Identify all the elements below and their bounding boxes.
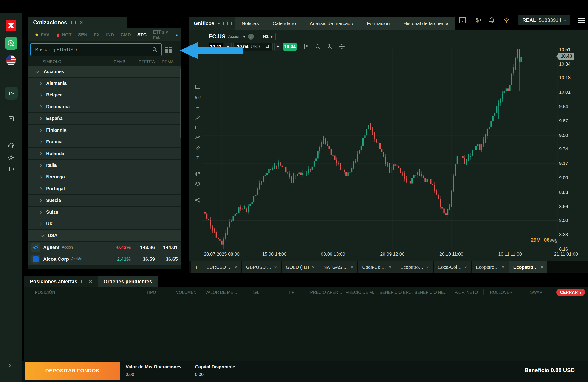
- pencil-draw-icon[interactable]: [195, 114, 200, 121]
- stock-row-agilent[interactable]: AgilentAcción-0.43%143.86144.01: [28, 242, 181, 253]
- positions-col-5[interactable]: S/L: [239, 289, 273, 296]
- new-chart-tab-button[interactable]: +: [191, 261, 202, 273]
- deposit-funds-button[interactable]: DEPOSITAR FONDOS: [24, 361, 120, 380]
- symbol-search-input[interactable]: [31, 44, 161, 56]
- trend-channel-icon[interactable]: [195, 144, 201, 151]
- quotes-tab-etfs-y-ma[interactable]: ETFs y ma»: [150, 28, 181, 41]
- quotes-tab-hot[interactable]: HOT: [53, 28, 75, 41]
- column-header-1[interactable]: SÍMBOLO: [28, 60, 105, 64]
- candle-settings-icon[interactable]: [195, 170, 201, 177]
- deposit-icon[interactable]: $: [5, 37, 17, 50]
- menu-item-4[interactable]: Formación: [360, 17, 397, 30]
- chart-tab-7[interactable]: Coca-Col…×: [434, 261, 471, 273]
- positions-col-3[interactable]: VOLUMEN: [168, 289, 204, 296]
- country-row-suiza[interactable]: Suiza: [28, 207, 181, 218]
- country-row-francia[interactable]: Francia: [28, 136, 181, 148]
- country-row-alemania[interactable]: Alemania: [28, 78, 181, 89]
- markets-active-bg[interactable]: [5, 86, 18, 100]
- group-row-acciones[interactable]: Acciones: [28, 66, 181, 77]
- quotes-titlebar[interactable]: Cotizaciones ×: [28, 17, 127, 28]
- country-row-b-lgica[interactable]: Bélgica: [28, 89, 181, 101]
- timeframe-select[interactable]: H1 ▾: [260, 33, 275, 41]
- info-icon[interactable]: i: [248, 34, 254, 40]
- quotes-tab-fx[interactable]: FX: [91, 28, 103, 41]
- maximize-icon[interactable]: [71, 21, 76, 24]
- tab-open-positions[interactable]: Posiciones abiertas ×: [24, 276, 98, 287]
- tab-pending-orders[interactable]: Órdenes pendientes: [98, 276, 158, 287]
- column-header-4[interactable]: DEMA…: [155, 60, 181, 64]
- positions-col-1[interactable]: POSICIÓN: [24, 289, 134, 296]
- menu-item-5[interactable]: Historial de la cuenta: [397, 17, 456, 30]
- positions-col-11[interactable]: P/L % NETO: [449, 289, 483, 296]
- support-icon[interactable]: [0, 140, 22, 150]
- chart-plot-area[interactable]: [202, 49, 558, 250]
- close-tab-icon[interactable]: ×: [464, 265, 467, 270]
- sidebar-expand-chevron[interactable]: [8, 363, 11, 368]
- maximize-icon[interactable]: [81, 280, 85, 283]
- column-header-2[interactable]: CAMBI…: [105, 60, 131, 64]
- menu-item-3[interactable]: Análisis de mercado: [303, 17, 360, 30]
- column-header-3[interactable]: OFERTA: [131, 60, 155, 64]
- country-row-finlandia[interactable]: Finlandia: [28, 125, 181, 136]
- chart-tab-9[interactable]: Ecopetro…×: [509, 261, 547, 273]
- quotes-tab-sen[interactable]: SEN: [75, 28, 90, 41]
- positions-col-8[interactable]: PRECIO DE M…: [344, 289, 378, 296]
- share-icon[interactable]: [195, 197, 200, 204]
- close-tab-icon[interactable]: ×: [351, 265, 354, 270]
- popout-icon[interactable]: [224, 21, 228, 25]
- chart-tab-4[interactable]: NATGAS …×: [319, 261, 357, 273]
- close-icon[interactable]: ×: [80, 20, 83, 25]
- close-tab-icon[interactable]: ×: [312, 265, 315, 270]
- country-row-italia[interactable]: Italia: [28, 160, 181, 171]
- country-row-suecia[interactable]: Suecia: [28, 195, 181, 206]
- menu-item-2[interactable]: Calendario: [266, 17, 303, 30]
- rectangle-draw-icon[interactable]: [195, 124, 200, 131]
- chart-tab-1[interactable]: EURUSD …×: [202, 261, 241, 273]
- elliott-wave-icon[interactable]: [195, 134, 201, 141]
- grid-view-icon[interactable]: [165, 47, 171, 53]
- positions-col-13[interactable]: SWAP: [519, 289, 554, 296]
- connection-wifi-icon[interactable]: [503, 18, 510, 23]
- indicators-icon[interactable]: f(x): [195, 94, 201, 101]
- close-tab-icon[interactable]: ×: [541, 265, 544, 270]
- country-row-dinamarca[interactable]: Dinamarca: [28, 101, 181, 112]
- menu-item-1[interactable]: Noticias: [235, 17, 266, 30]
- close-tab-icon[interactable]: ×: [502, 265, 504, 270]
- add-icon[interactable]: +: [196, 104, 199, 111]
- chevron-down-icon[interactable]: ▾: [243, 34, 245, 39]
- chart-tab-5[interactable]: Coca-Col…×: [358, 261, 396, 273]
- symbol-search-box[interactable]: [30, 43, 162, 56]
- layers-icon[interactable]: [195, 181, 201, 188]
- language-flag-icon[interactable]: [6, 55, 16, 65]
- settings-gear-icon[interactable]: [0, 152, 22, 163]
- positions-col-6[interactable]: T/P: [273, 289, 309, 296]
- chart-tab-3[interactable]: GOLD (H1)×: [282, 261, 318, 273]
- quotes-tab-ind[interactable]: IND: [103, 28, 117, 41]
- tabs-overflow-icon[interactable]: »: [176, 32, 178, 38]
- country-row-portugal[interactable]: Portugal: [28, 183, 181, 194]
- close-all-button[interactable]: CERRAR▾: [556, 289, 585, 296]
- country-row-espa-a[interactable]: España: [28, 113, 181, 124]
- quotes-tab-stc[interactable]: STC: [134, 28, 150, 41]
- chart-tab-2[interactable]: GBPUSD …×: [242, 261, 281, 273]
- main-menu-icon[interactable]: [578, 18, 585, 23]
- account-selector[interactable]: REAL 51833914 ▾: [518, 15, 570, 25]
- chart-symbol[interactable]: EC.US: [209, 33, 225, 40]
- xtb-logo-icon[interactable]: [6, 20, 16, 31]
- country-row-noruega[interactable]: Noruega: [28, 171, 181, 183]
- chart-tab-6[interactable]: Ecopetro…×: [396, 261, 433, 273]
- positions-col-10[interactable]: BENEFICIO NE…: [414, 289, 449, 296]
- price-alert-icon[interactable]: $: [474, 17, 481, 23]
- group-row-usa[interactable]: USA: [28, 230, 181, 241]
- positions-col-2[interactable]: TIPO: [134, 289, 168, 296]
- close-tab-icon[interactable]: ×: [234, 265, 237, 270]
- chart-tab-8[interactable]: Ecopetro…×: [472, 261, 508, 273]
- quotes-tab-fav[interactable]: ★FAV: [31, 28, 53, 41]
- country-row-uk[interactable]: UK: [28, 218, 181, 230]
- close-tab-icon[interactable]: ×: [426, 265, 429, 270]
- positions-col-9[interactable]: BENEFICIO BR…: [378, 289, 413, 296]
- widgets-icon[interactable]: [0, 114, 22, 124]
- logout-icon[interactable]: [0, 164, 22, 174]
- positions-col-7[interactable]: PRECIO APER…: [309, 289, 344, 296]
- close-icon[interactable]: ×: [89, 279, 92, 284]
